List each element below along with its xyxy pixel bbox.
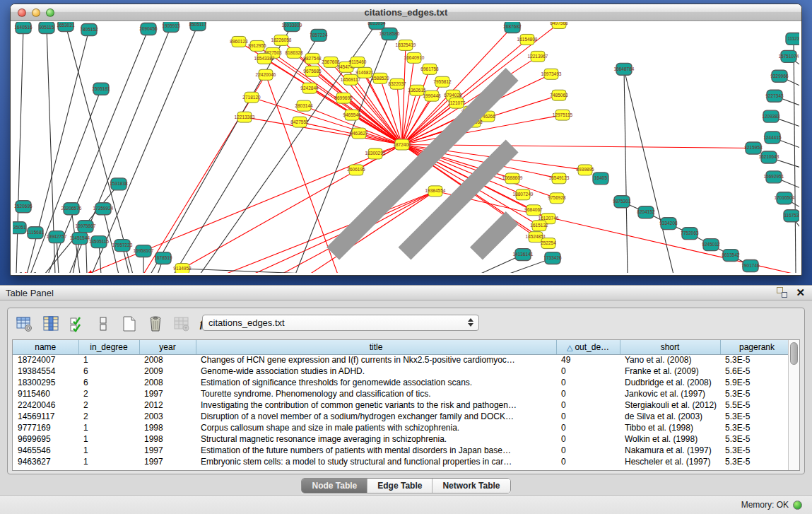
table-panel: Table Panel ✕ — [0, 285, 812, 514]
cell-pagerank: 5.9E-5 — [720, 377, 794, 388]
cell-out_degree: 0 — [556, 399, 620, 411]
table-row[interactable]: 911546021997Tourette syndrome. Phenomeno… — [13, 388, 794, 399]
cell-out_degree: 0 — [556, 456, 620, 467]
cell-name: 19384554 — [13, 366, 78, 377]
cell-out_degree: 0 — [556, 411, 620, 422]
column-header-year[interactable]: year — [139, 340, 196, 354]
cell-in_degree: 1 — [78, 422, 139, 433]
cell-year: 1997 — [139, 445, 196, 456]
show-column-icon[interactable] — [41, 315, 61, 333]
cell-name: 22420046 — [13, 399, 78, 411]
cell-in_degree: 2 — [78, 399, 139, 411]
cell-name: 18300295 — [13, 377, 78, 388]
cell-title: Disruption of a novel member of a sodium… — [196, 411, 556, 422]
cell-year: 2012 — [139, 399, 196, 411]
cell-in_degree: 1 — [78, 456, 139, 467]
table-row[interactable]: 977716911998Corpus callosum shape and si… — [13, 422, 794, 433]
cell-year: 1997 — [139, 388, 196, 399]
table-row[interactable]: 1456911722003Disruption of a novel membe… — [13, 411, 794, 422]
cell-name: 14569117 — [13, 411, 78, 422]
network-canvas[interactable]: 1872400896012389129551822605898275031654… — [13, 22, 799, 273]
table-row[interactable]: 946554611997Estimation of the future num… — [13, 445, 794, 456]
new-file-icon[interactable] — [119, 315, 139, 333]
cell-short: Yano et al. (2008) — [620, 354, 720, 366]
cell-name: 9115460 — [13, 388, 78, 399]
cell-pagerank: 5.3E-5 — [720, 456, 794, 467]
node-table: namein_degreeyeartitle△out_de…shortpager… — [13, 340, 794, 467]
delete-table-icon[interactable] — [172, 315, 192, 333]
cell-year: 1998 — [139, 433, 196, 445]
cell-name: 9463627 — [13, 456, 78, 467]
table-settings-icon[interactable] — [15, 315, 35, 333]
cell-in_degree: 2 — [78, 411, 139, 422]
cell-pagerank: 5.3E-5 — [720, 422, 794, 433]
cell-title: Corpus callosum shape and size in male p… — [196, 422, 556, 433]
delete-file-icon[interactable] — [146, 315, 165, 333]
cell-short: Nakamura et al. (1997) — [620, 445, 720, 456]
column-header-in_degree[interactable]: in_degree — [78, 340, 139, 354]
row-height-icon[interactable] — [93, 315, 113, 333]
cell-title: Embryonic stem cells: a model to study s… — [196, 456, 556, 467]
cell-pagerank: 5.3E-5 — [720, 411, 794, 422]
network-window[interactable]: citations_edges.txt 18724008960123891295… — [10, 4, 802, 276]
table-row[interactable]: 946362711997Embryonic stem cells: a mode… — [13, 456, 794, 467]
select-rows-icon[interactable] — [67, 315, 87, 333]
cell-short: de Silva et al. (2003) — [620, 411, 720, 422]
cell-year: 1997 — [139, 456, 196, 467]
memory-status-label: Memory: OK — [741, 500, 789, 510]
tab-network-table[interactable]: Network Table — [433, 479, 510, 493]
cell-out_degree: 0 — [556, 433, 620, 445]
cell-in_degree: 6 — [78, 366, 139, 377]
close-panel-icon[interactable]: ✕ — [796, 287, 805, 298]
status-bar: Memory: OK — [0, 495, 812, 514]
cell-name: 9465546 — [13, 445, 78, 456]
cell-title: Tourette syndrome. Phenomenology and cla… — [196, 388, 556, 399]
cell-short: Hescheler et al. (1997) — [620, 456, 720, 467]
table-scrollbar[interactable] — [788, 340, 799, 470]
column-header-short[interactable]: short — [620, 340, 720, 354]
cell-short: Jankovic et al. (1997) — [620, 388, 720, 399]
table-scrollbar-thumb[interactable] — [790, 342, 798, 365]
float-panel-icon[interactable] — [777, 287, 787, 298]
cell-pagerank: 5.3E-5 — [720, 388, 794, 399]
table-row[interactable]: 1830029562008Estimation of significance … — [13, 377, 794, 388]
tab-node-table[interactable]: Node Table — [302, 479, 367, 493]
table-row[interactable]: 2242004622012Investigating the contribut… — [13, 399, 794, 411]
column-header-out_degree[interactable]: △out_de… — [556, 340, 620, 354]
cell-short: Stergiakouli et al. (2012) — [620, 399, 720, 411]
tab-edge-table[interactable]: Edge Table — [367, 479, 433, 493]
cell-name: 9699695 — [13, 433, 78, 445]
table-panel-body: f(x) citations_edges.txt namein_degreeye… — [7, 308, 805, 474]
column-header-name[interactable]: name — [13, 340, 78, 354]
table-panel-header: Table Panel ✕ — [0, 285, 812, 300]
window-resize-grip[interactable] — [13, 22, 798, 271]
cell-title: Estimation of the future numbers of pati… — [196, 445, 556, 456]
sort-ascending-icon: △ — [567, 343, 572, 351]
cell-pagerank: 5.3E-5 — [720, 354, 794, 366]
cell-pagerank: 5.3E-5 — [720, 433, 794, 445]
cell-title: Genome-wide association studies in ADHD. — [196, 366, 556, 377]
desktop-background: citations_edges.txt 18724008960123891295… — [0, 0, 812, 285]
cell-short: Dudbridge et al. (2008) — [620, 377, 720, 388]
table-row[interactable]: 969969511998Structural magnetic resonanc… — [13, 433, 794, 445]
dropdown-arrows-icon — [468, 318, 473, 327]
cell-pagerank: 5.3E-5 — [720, 445, 794, 456]
network-select-dropdown[interactable]: citations_edges.txt — [202, 315, 479, 331]
cell-year: 2009 — [139, 366, 196, 377]
cell-in_degree: 6 — [78, 377, 139, 388]
cell-short: Tibbo et al. (1998) — [620, 422, 720, 433]
table-row[interactable]: 1938455462009Genome-wide association stu… — [13, 366, 794, 377]
table-row[interactable]: 1872400712008Changes of HCN gene express… — [13, 354, 794, 366]
cell-out_degree: 0 — [556, 388, 620, 399]
table-toolbar: f(x) — [15, 313, 218, 334]
network-window-titlebar[interactable]: citations_edges.txt — [11, 4, 801, 21]
cell-title: Structural magnetic resonance image aver… — [196, 433, 556, 445]
cell-out_degree: 49 — [556, 354, 620, 366]
table-panel-title: Table Panel — [6, 288, 54, 298]
cell-year: 2008 — [139, 354, 196, 366]
cell-in_degree: 2 — [78, 388, 139, 399]
memory-status-icon[interactable] — [793, 501, 802, 510]
column-header-pagerank[interactable]: pagerank — [720, 340, 794, 354]
column-header-title[interactable]: title — [196, 340, 556, 354]
cell-in_degree: 1 — [78, 433, 139, 445]
